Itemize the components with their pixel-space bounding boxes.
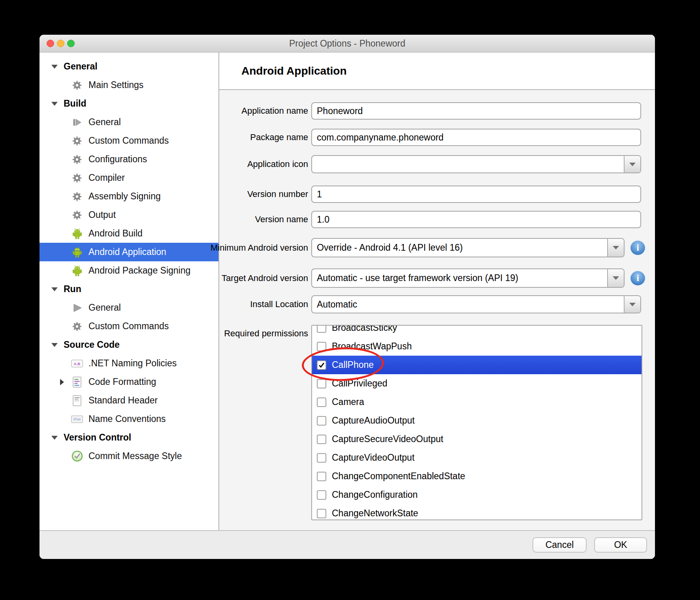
sidebar-item-net-naming-policies[interactable]: A.B.NET Naming Policies xyxy=(40,354,218,373)
application-icon-label: Application icon xyxy=(199,155,308,173)
ok-button[interactable]: OK xyxy=(594,537,647,553)
checkbox-unchecked[interactable] xyxy=(317,398,326,407)
sidebar-item-compiler[interactable]: Compiler xyxy=(40,169,218,187)
dropdown-button[interactable] xyxy=(624,156,640,172)
version-name-input[interactable]: 1.0 xyxy=(311,211,641,228)
sidebar-item-commit-message-style[interactable]: Commit Message Style xyxy=(40,447,218,465)
sidebar-item-general[interactable]: General xyxy=(40,298,218,317)
checkbox-unchecked[interactable] xyxy=(317,435,326,444)
permission-changenetworkstate[interactable]: ChangeNetworkState xyxy=(312,504,642,520)
application-name-label: Application name xyxy=(199,102,308,120)
minimize-window-button[interactable] xyxy=(57,40,64,47)
sidebar-section-source-code[interactable]: Source Code xyxy=(40,336,218,354)
sidebar-item-assembly-signing[interactable]: Assembly Signing xyxy=(40,187,218,206)
permission-name: ChangeConfiguration xyxy=(332,489,418,500)
sidebar-item-label: Code Formatting xyxy=(88,377,156,387)
sidebar-item-label: Android Package Signing xyxy=(88,265,190,276)
permission-name: BroadcastWapPush xyxy=(332,341,412,352)
package-name-input[interactable]: com.companyname.phoneword xyxy=(311,129,641,146)
sidebar-item-general[interactable]: General xyxy=(40,113,218,131)
field-value: 1.0 xyxy=(312,212,640,227)
sidebar-item-output[interactable]: Output xyxy=(40,206,218,224)
sidebar-item-android-build[interactable]: Android Build xyxy=(40,224,218,243)
checkbox-unchecked[interactable] xyxy=(317,509,326,518)
target-android-version-select[interactable]: Automatic - use target framework version… xyxy=(311,268,625,288)
sidebar-section-general[interactable]: General xyxy=(40,57,218,76)
checkbox-unchecked[interactable] xyxy=(317,325,326,333)
gear-icon xyxy=(71,80,83,90)
sidebar-item-custom-commands[interactable]: Custom Commands xyxy=(40,317,218,336)
permission-broadcastwappush[interactable]: BroadcastWapPush xyxy=(312,337,642,356)
sidebar-item-label: General xyxy=(88,117,121,128)
sidebar-item-configurations[interactable]: Configurations xyxy=(40,150,218,169)
permission-captureaudiooutput[interactable]: CaptureAudioOutput xyxy=(312,411,642,430)
dropdown-button[interactable] xyxy=(624,296,640,313)
sidebar-section-version-control[interactable]: Version Control xyxy=(40,428,218,447)
sidebar-item-standard-header[interactable]: Standard Header xyxy=(40,391,218,410)
info-icon[interactable]: i xyxy=(630,240,645,255)
document-icon xyxy=(71,395,83,407)
permission-callphone[interactable]: CallPhone xyxy=(312,356,642,374)
install-location-label: Install Location xyxy=(199,295,308,313)
close-window-button[interactable] xyxy=(47,40,54,47)
disclosure-down-icon[interactable] xyxy=(51,102,58,106)
minimum-android-version-label: Minimum Android version xyxy=(199,238,308,257)
disclosure-down-icon[interactable] xyxy=(51,343,58,347)
application-icon-select[interactable] xyxy=(311,155,641,173)
sidebar-section-build[interactable]: Build xyxy=(40,94,218,113)
run-play-icon xyxy=(71,303,83,313)
permission-changeconfiguration[interactable]: ChangeConfiguration xyxy=(312,486,642,504)
gear-icon xyxy=(71,191,83,202)
permission-changecomponentenabledstate[interactable]: ChangeComponentEnabledState xyxy=(312,467,642,486)
permission-capturesecurevideooutput[interactable]: CaptureSecureVideoOutput xyxy=(312,430,642,448)
disclosure-down-icon[interactable] xyxy=(51,65,58,69)
dropdown-button[interactable] xyxy=(607,239,624,257)
permission-name: CallPhone xyxy=(332,360,374,370)
sidebar-item-android-application[interactable]: Android Application xyxy=(40,243,218,261)
android-icon xyxy=(71,228,83,240)
disclosure-down-icon[interactable] xyxy=(51,287,58,291)
sidebar-item-label: Compiler xyxy=(88,172,125,183)
desktop-background: { "window": { "title": "Project Options … xyxy=(0,0,700,600)
zoom-window-button[interactable] xyxy=(67,40,75,47)
permission-capturevideooutput[interactable]: CaptureVideoOutput xyxy=(312,448,642,467)
sidebar-item-custom-commands[interactable]: Custom Commands xyxy=(40,131,218,150)
required-permissions-label: Required permissions xyxy=(199,325,308,342)
checkbox-unchecked[interactable] xyxy=(317,416,326,426)
checkbox-unchecked[interactable] xyxy=(317,490,326,500)
cancel-button[interactable]: Cancel xyxy=(533,537,587,553)
sidebar-item-label: Commit Message Style xyxy=(88,451,182,461)
sidebar-item-main-settings[interactable]: Main Settings xyxy=(40,76,218,94)
required-permissions-list[interactable]: BroadcastStickyBroadcastWapPushCallPhone… xyxy=(311,325,642,520)
permission-camera[interactable]: Camera xyxy=(312,393,642,411)
sidebar-section-label: General xyxy=(64,61,98,72)
sidebar-section-run[interactable]: Run xyxy=(40,280,218,298)
sidebar-item-android-package-signing[interactable]: Android Package Signing xyxy=(40,261,218,280)
permission-callprivileged[interactable]: CallPrivileged xyxy=(312,374,642,393)
expander-right-icon[interactable] xyxy=(60,379,64,385)
permission-name: BroadcastSticky xyxy=(332,325,397,333)
checkbox-unchecked[interactable] xyxy=(317,472,326,481)
package-name-label: Package name xyxy=(199,129,308,146)
dropdown-button[interactable] xyxy=(607,269,624,287)
field-value: 1 xyxy=(312,186,640,202)
version-number-input[interactable]: 1 xyxy=(311,186,641,203)
sidebar-item-name-conventions[interactable]: iFooName Conventions xyxy=(40,410,218,428)
permission-broadcaststicky[interactable]: BroadcastSticky xyxy=(312,325,642,337)
build-play-icon xyxy=(71,117,83,128)
application-name-input[interactable]: Phoneword xyxy=(311,102,641,120)
minimum-android-version-select[interactable]: Override - Android 4.1 (API level 16) xyxy=(311,238,625,257)
sidebar-item-label: Main Settings xyxy=(88,80,143,90)
install-location-select[interactable]: Automatic xyxy=(311,295,641,313)
info-icon[interactable]: i xyxy=(630,271,645,285)
field-value: Automatic xyxy=(312,296,640,313)
checkbox-unchecked[interactable] xyxy=(317,453,326,463)
checkbox-checked[interactable] xyxy=(317,360,326,370)
sidebar-item-code-formatting[interactable]: Code Formatting xyxy=(40,373,218,391)
window-titlebar[interactable]: Project Options - Phoneword xyxy=(40,35,655,52)
checkbox-unchecked[interactable] xyxy=(317,379,326,388)
android-application-form: Application namePhonewordPackage namecom… xyxy=(219,90,655,530)
commit-check-icon xyxy=(71,450,83,462)
disclosure-down-icon[interactable] xyxy=(51,436,58,440)
checkbox-unchecked[interactable] xyxy=(317,342,326,351)
